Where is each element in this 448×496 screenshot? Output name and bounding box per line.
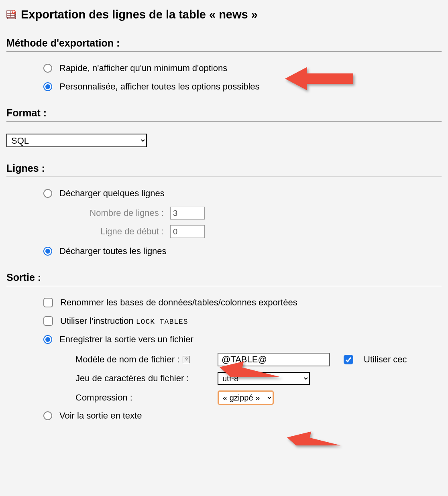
radio-selected-icon [43,82,52,91]
rows-start-label: Ligne de début : [75,226,164,237]
output-lock-mono: LOCK TABLES [136,318,188,326]
output-options: Renommer les bases de données/tables/col… [6,297,442,421]
charset-label: Jeu de caractères du fichier : [75,373,212,384]
compression-label: Compression : [75,392,212,403]
checkbox-unchecked-icon [43,298,53,307]
format-select[interactable]: SQL [6,134,147,147]
method-rapid-label: Rapide, n'afficher qu'un minimum d'optio… [59,63,227,73]
rows-option-all[interactable]: Décharger toutes les lignes [43,246,442,256]
output-viewtext-label: Voir la sortie en texte [59,411,142,421]
output-rename[interactable]: Renommer les bases de données/tables/col… [43,297,442,308]
method-options: Rapide, n'afficher qu'un minimum d'optio… [6,63,442,92]
help-icon[interactable]: ? [183,356,190,363]
checkbox-unchecked-icon [43,316,53,326]
output-save-file[interactable]: Enregistrer la sortie vers un fichier [43,334,442,345]
section-output-heading: Sortie : [6,272,442,286]
filename-template-label-text: Modèle de nom de fichier : [75,354,179,365]
output-lock-prefix: Utiliser l'instruction [60,316,136,326]
export-table-icon [6,10,17,20]
filename-template-input[interactable] [218,353,330,366]
use-this-label: Utiliser cec [364,354,407,365]
radio-selected-icon [43,335,52,344]
filename-template-label: Modèle de nom de fichier : ? [75,354,212,365]
rows-option-some[interactable]: Décharger quelques lignes [43,188,442,199]
rows-some-label: Décharger quelques lignes [59,188,165,199]
output-savefile-label: Enregistrer la sortie vers un fichier [59,334,193,345]
output-lock-label: Utiliser l'instruction LOCK TABLES [60,316,188,326]
rows-options: Décharger quelques lignes Nombre de lign… [6,188,442,256]
charset-select[interactable]: utf-8 [218,372,310,385]
method-custom-label: Personnalisée, afficher toutes les optio… [59,81,260,92]
rows-count-label: Nombre de lignes : [75,208,164,218]
rows-all-label: Décharger toutes les lignes [59,246,167,256]
output-lock-tables[interactable]: Utiliser l'instruction LOCK TABLES [43,316,442,326]
svg-marker-10 [287,426,387,445]
rows-count-input[interactable] [170,207,205,220]
page-title-text: Exportation des lignes de la table « new… [21,8,258,21]
method-option-rapid[interactable]: Rapide, n'afficher qu'un minimum d'optio… [43,63,442,73]
radio-unselected-icon [43,64,52,73]
section-format-heading: Format : [6,107,442,122]
compression-select[interactable]: « gzippé » [218,390,274,405]
section-method-heading: Méthode d'exportation : [6,37,442,52]
rows-start-input[interactable] [170,225,205,238]
page-title: Exportation des lignes de la table « new… [6,8,442,21]
method-option-custom[interactable]: Personnalisée, afficher toutes les optio… [43,81,442,92]
radio-selected-icon [43,247,52,256]
output-view-text[interactable]: Voir la sortie en texte [43,411,442,421]
checkbox-checked-icon[interactable] [344,355,353,364]
output-rename-label: Renommer les bases de données/tables/col… [60,297,297,308]
section-rows-heading: Lignes : [6,163,442,177]
radio-unselected-icon [43,411,52,420]
radio-unselected-icon [43,189,52,198]
